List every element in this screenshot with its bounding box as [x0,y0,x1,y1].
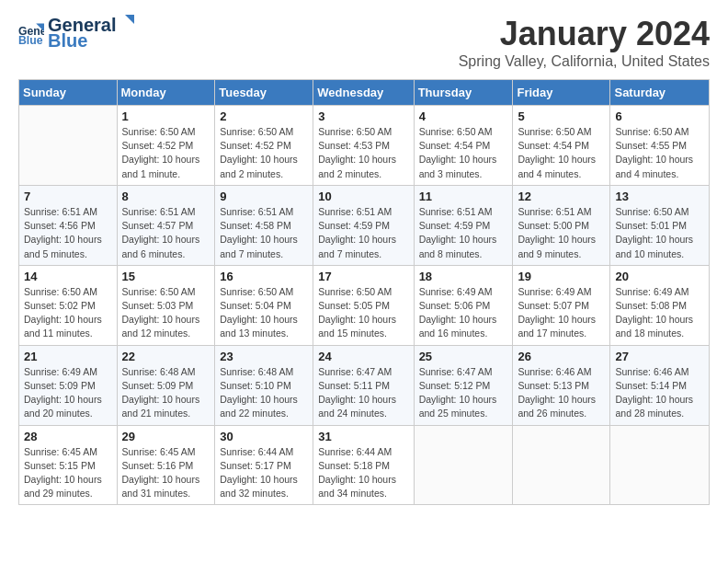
calendar-cell: 19Sunrise: 6:49 AMSunset: 5:07 PMDayligh… [513,265,610,345]
day-detail: Sunrise: 6:50 AMSunset: 4:53 PMDaylight:… [318,125,408,181]
calendar-cell: 28Sunrise: 6:45 AMSunset: 5:15 PMDayligh… [19,425,118,505]
calendar-cell: 7Sunrise: 6:51 AMSunset: 4:56 PMDaylight… [19,185,118,265]
calendar-cell: 2Sunrise: 6:50 AMSunset: 4:52 PMDaylight… [215,106,313,186]
day-detail: Sunrise: 6:48 AMSunset: 5:10 PMDaylight:… [220,365,308,421]
day-detail: Sunrise: 6:47 AMSunset: 5:12 PMDaylight:… [419,365,508,421]
day-detail: Sunrise: 6:50 AMSunset: 5:05 PMDaylight:… [318,285,408,341]
calendar-cell: 13Sunrise: 6:50 AMSunset: 5:01 PMDayligh… [610,185,710,265]
svg-marker-3 [125,15,134,24]
calendar-title: January 2024 [459,15,710,53]
calendar-cell [610,425,710,505]
calendar-cell: 30Sunrise: 6:44 AMSunset: 5:17 PMDayligh… [215,425,313,505]
week-row-3: 14Sunrise: 6:50 AMSunset: 5:02 PMDayligh… [19,265,710,345]
day-detail: Sunrise: 6:50 AMSunset: 5:02 PMDaylight:… [24,285,112,341]
calendar-cell: 8Sunrise: 6:51 AMSunset: 4:57 PMDaylight… [117,185,215,265]
day-number: 27 [615,350,704,363]
calendar-cell: 16Sunrise: 6:50 AMSunset: 5:04 PMDayligh… [215,265,313,345]
calendar-cell: 15Sunrise: 6:50 AMSunset: 5:03 PMDayligh… [117,265,215,345]
column-header-friday: Friday [513,80,610,106]
column-header-wednesday: Wednesday [313,80,414,106]
day-number: 12 [518,190,605,203]
calendar-cell: 12Sunrise: 6:51 AMSunset: 5:00 PMDayligh… [513,185,610,265]
day-number: 14 [24,270,112,283]
day-number: 13 [615,190,704,203]
day-number: 24 [318,350,408,363]
day-number: 16 [220,270,308,283]
day-number: 2 [220,109,308,123]
day-detail: Sunrise: 6:50 AMSunset: 4:55 PMDaylight:… [615,125,704,181]
day-number: 28 [24,430,112,443]
calendar-cell: 26Sunrise: 6:46 AMSunset: 5:13 PMDayligh… [513,345,610,425]
column-header-tuesday: Tuesday [215,80,313,106]
calendar-cell: 29Sunrise: 6:45 AMSunset: 5:16 PMDayligh… [117,425,215,505]
day-detail: Sunrise: 6:51 AMSunset: 4:56 PMDaylight:… [24,205,112,261]
day-number: 5 [518,109,605,123]
day-number: 31 [318,430,408,443]
calendar-cell: 22Sunrise: 6:48 AMSunset: 5:09 PMDayligh… [117,345,215,425]
day-detail: Sunrise: 6:46 AMSunset: 5:13 PMDaylight:… [518,365,605,421]
calendar-cell: 3Sunrise: 6:50 AMSunset: 4:53 PMDaylight… [313,106,414,186]
day-number: 1 [122,109,210,123]
week-row-1: 1Sunrise: 6:50 AMSunset: 4:52 PMDaylight… [19,106,710,186]
calendar-cell: 4Sunrise: 6:50 AMSunset: 4:54 PMDaylight… [414,106,513,186]
day-detail: Sunrise: 6:51 AMSunset: 4:59 PMDaylight:… [419,205,508,261]
day-detail: Sunrise: 6:49 AMSunset: 5:07 PMDaylight:… [518,285,605,341]
calendar-cell: 20Sunrise: 6:49 AMSunset: 5:08 PMDayligh… [610,265,710,345]
calendar-cell: 9Sunrise: 6:51 AMSunset: 4:58 PMDaylight… [215,185,313,265]
day-detail: Sunrise: 6:51 AMSunset: 5:00 PMDaylight:… [518,205,605,261]
title-block: January 2024 Spring Valley, California, … [459,15,710,70]
day-detail: Sunrise: 6:46 AMSunset: 5:14 PMDaylight:… [615,365,704,421]
calendar-cell: 21Sunrise: 6:49 AMSunset: 5:09 PMDayligh… [19,345,118,425]
day-detail: Sunrise: 6:50 AMSunset: 4:52 PMDaylight:… [220,125,308,181]
calendar-cell: 18Sunrise: 6:49 AMSunset: 5:06 PMDayligh… [414,265,513,345]
day-detail: Sunrise: 6:50 AMSunset: 5:03 PMDaylight:… [122,285,210,341]
column-header-sunday: Sunday [19,80,118,106]
day-number: 30 [220,430,308,443]
day-detail: Sunrise: 6:51 AMSunset: 4:59 PMDaylight:… [318,205,408,261]
day-number: 18 [419,270,508,283]
column-header-saturday: Saturday [610,80,710,106]
calendar-cell [414,425,513,505]
day-number: 15 [122,270,210,283]
calendar-cell: 31Sunrise: 6:44 AMSunset: 5:18 PMDayligh… [313,425,414,505]
day-number: 21 [24,350,112,363]
day-number: 8 [122,190,210,203]
calendar-cell: 10Sunrise: 6:51 AMSunset: 4:59 PMDayligh… [313,185,414,265]
day-number: 17 [318,270,408,283]
calendar-cell: 14Sunrise: 6:50 AMSunset: 5:02 PMDayligh… [19,265,118,345]
day-number: 26 [518,350,605,363]
day-number: 4 [419,109,508,123]
day-detail: Sunrise: 6:47 AMSunset: 5:11 PMDaylight:… [318,365,408,421]
calendar-cell [19,106,118,186]
calendar-cell: 24Sunrise: 6:47 AMSunset: 5:11 PMDayligh… [313,345,414,425]
day-number: 22 [122,350,210,363]
calendar-table: SundayMondayTuesdayWednesdayThursdayFrid… [18,79,710,505]
day-number: 25 [419,350,508,363]
day-number: 9 [220,190,308,203]
day-detail: Sunrise: 6:44 AMSunset: 5:18 PMDaylight:… [318,445,408,501]
day-detail: Sunrise: 6:50 AMSunset: 4:54 PMDaylight:… [518,125,605,181]
week-row-4: 21Sunrise: 6:49 AMSunset: 5:09 PMDayligh… [19,345,710,425]
day-detail: Sunrise: 6:45 AMSunset: 5:16 PMDaylight:… [122,445,210,501]
logo: General Blue General Blue [18,15,134,52]
calendar-header-row: SundayMondayTuesdayWednesdayThursdayFrid… [19,80,710,106]
day-detail: Sunrise: 6:45 AMSunset: 5:15 PMDaylight:… [24,445,112,501]
calendar-cell [513,425,610,505]
column-header-thursday: Thursday [414,80,513,106]
day-detail: Sunrise: 6:51 AMSunset: 4:57 PMDaylight:… [122,205,210,261]
day-detail: Sunrise: 6:51 AMSunset: 4:58 PMDaylight:… [220,205,308,261]
day-detail: Sunrise: 6:44 AMSunset: 5:17 PMDaylight:… [220,445,308,501]
day-detail: Sunrise: 6:48 AMSunset: 5:09 PMDaylight:… [122,365,210,421]
calendar-cell: 11Sunrise: 6:51 AMSunset: 4:59 PMDayligh… [414,185,513,265]
day-number: 20 [615,270,704,283]
day-number: 29 [122,430,210,443]
day-number: 7 [24,190,112,203]
calendar-subtitle: Spring Valley, California, United States [459,53,710,70]
calendar-cell: 5Sunrise: 6:50 AMSunset: 4:54 PMDaylight… [513,106,610,186]
logo-triangle [118,15,134,31]
day-detail: Sunrise: 6:50 AMSunset: 5:04 PMDaylight:… [220,285,308,341]
page-header: General Blue General Blue January 2024 S… [18,15,710,70]
calendar-cell: 6Sunrise: 6:50 AMSunset: 4:55 PMDaylight… [610,106,710,186]
calendar-cell: 17Sunrise: 6:50 AMSunset: 5:05 PMDayligh… [313,265,414,345]
column-header-monday: Monday [117,80,215,106]
